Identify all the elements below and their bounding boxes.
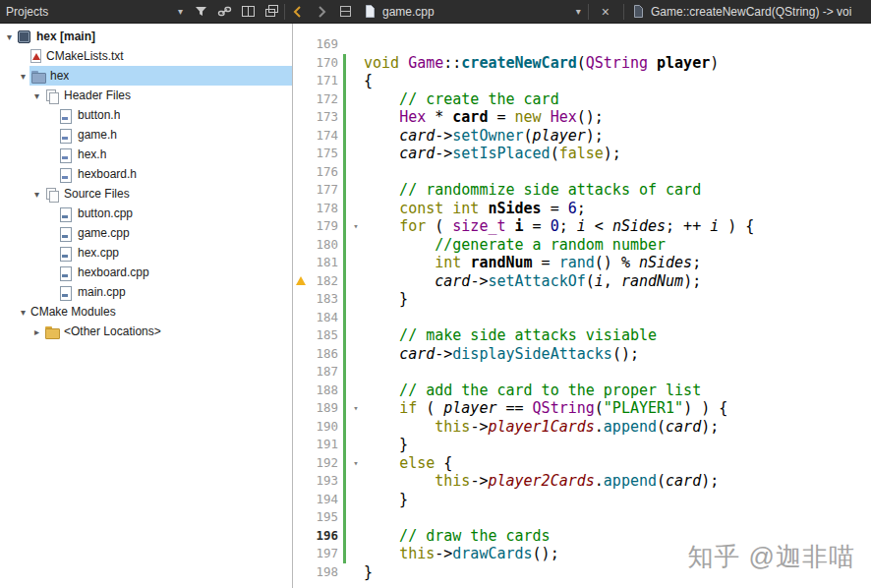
code-line-169[interactable]: 169 bbox=[294, 35, 871, 54]
line-number[interactable]: 176 bbox=[308, 163, 343, 182]
symbol-selector-combo[interactable]: Game::createNewCard(QString) -> voi bbox=[625, 4, 871, 19]
code-line-179[interactable]: 179▾ for ( size_t i = 0; i < nSides; ++ … bbox=[294, 217, 871, 236]
tree-item-button-h[interactable]: button.h bbox=[0, 105, 292, 125]
tree-item-body[interactable]: game.cpp bbox=[57, 223, 292, 243]
tree-item-body[interactable]: button.cpp bbox=[57, 204, 292, 223]
tree-item-hex[interactable]: ▾hex bbox=[0, 66, 292, 86]
line-number[interactable]: 174 bbox=[308, 127, 343, 146]
tree-item-body[interactable]: hex [main] bbox=[16, 27, 292, 46]
code-line-189[interactable]: 189▾ if ( player == QString("PLAYER1") )… bbox=[294, 399, 871, 418]
line-number[interactable]: 192 bbox=[308, 454, 343, 473]
line-number[interactable]: 195 bbox=[308, 508, 343, 527]
tree-item-body[interactable]: hex.h bbox=[57, 145, 292, 164]
line-number[interactable]: 170 bbox=[308, 54, 343, 73]
line-number[interactable]: 184 bbox=[308, 309, 343, 327]
line-number[interactable]: 190 bbox=[308, 418, 343, 437]
code-line-182[interactable]: 182 card->setAttackOf(i, randNum); bbox=[294, 272, 871, 291]
tree-item-body[interactable]: game.h bbox=[57, 125, 292, 145]
line-number[interactable]: 189 bbox=[308, 399, 343, 418]
fold-arrow-icon[interactable]: ▾ bbox=[348, 217, 364, 236]
code-line-184[interactable]: 184 bbox=[294, 309, 871, 327]
tree-item-body[interactable]: CMakeLists.txt bbox=[29, 46, 292, 66]
tree-item-header-files[interactable]: ▾Header Files bbox=[0, 86, 292, 105]
tree-item-body[interactable]: button.h bbox=[57, 105, 292, 125]
code-line-172[interactable]: 172 // create the card bbox=[294, 90, 871, 109]
line-number[interactable]: 169 bbox=[308, 35, 343, 54]
code-line-193[interactable]: 193 this->player2Cards.append(card); bbox=[294, 472, 871, 491]
warning-icon[interactable] bbox=[296, 276, 306, 285]
split-editor-button[interactable] bbox=[333, 0, 357, 23]
document-dropdown-icon[interactable]: ▾ bbox=[576, 6, 581, 17]
go-back-button[interactable] bbox=[286, 0, 310, 23]
tree-item-game-cpp[interactable]: game.cpp bbox=[0, 223, 292, 243]
code-line-183[interactable]: 183 } bbox=[294, 290, 871, 309]
tree-item-body[interactable]: Header Files bbox=[43, 86, 292, 105]
fold-arrow-icon[interactable]: ▾ bbox=[348, 399, 364, 418]
expand-arrow-icon[interactable]: ▸ bbox=[30, 326, 43, 337]
tree-item-body[interactable]: hex bbox=[29, 66, 292, 86]
code-line-178[interactable]: 178 const int nSides = 6; bbox=[294, 200, 871, 218]
line-number[interactable]: 185 bbox=[308, 326, 343, 345]
collapse-arrow-icon[interactable]: ▾ bbox=[17, 71, 29, 82]
collapse-arrow-icon[interactable]: ▾ bbox=[30, 189, 43, 200]
line-number[interactable]: 180 bbox=[308, 236, 343, 255]
tree-item-hexboard-h[interactable]: hexboard.h bbox=[0, 164, 292, 184]
editor-pane[interactable]: 169170void Game::createNewCard(QString p… bbox=[294, 24, 871, 588]
line-number[interactable]: 182 bbox=[308, 272, 343, 291]
line-number[interactable]: 186 bbox=[308, 345, 343, 364]
code-line-170[interactable]: 170void Game::createNewCard(QString play… bbox=[294, 54, 871, 73]
code-line-173[interactable]: 173 Hex * card = new Hex(); bbox=[294, 108, 871, 127]
line-number[interactable]: 196 bbox=[308, 527, 343, 546]
line-number[interactable]: 181 bbox=[308, 254, 343, 272]
tree-item-hex-cpp[interactable]: hex.cpp bbox=[0, 243, 292, 263]
code-line-187[interactable]: 187 bbox=[294, 363, 871, 382]
tree-item-hexboard-cpp[interactable]: hexboard.cpp bbox=[0, 263, 292, 282]
code-line-186[interactable]: 186 card->displaySideAttacks(); bbox=[294, 345, 871, 364]
tree-item-source-files[interactable]: ▾Source Files bbox=[0, 184, 292, 204]
tree-item-other-locations[interactable]: ▸<Other Locations> bbox=[0, 322, 292, 341]
tree-item-button-cpp[interactable]: button.cpp bbox=[0, 204, 292, 223]
sync-with-editor-button[interactable] bbox=[212, 0, 236, 23]
line-number[interactable]: 193 bbox=[308, 472, 343, 491]
collapse-arrow-icon[interactable]: ▾ bbox=[30, 90, 43, 101]
code-line-176[interactable]: 176 bbox=[294, 163, 871, 182]
code-line-174[interactable]: 174 card->setOwner(player); bbox=[294, 127, 871, 146]
line-number[interactable]: 171 bbox=[308, 72, 343, 90]
pane-selector-combo[interactable]: Projects ▾ bbox=[0, 0, 189, 23]
code-line-194[interactable]: 194 } bbox=[294, 491, 871, 509]
tree-item-body[interactable]: Source Files bbox=[43, 184, 292, 204]
line-number[interactable]: 183 bbox=[308, 290, 343, 309]
code-line-188[interactable]: 188 // add the card to the proper list bbox=[294, 382, 871, 400]
line-number[interactable]: 197 bbox=[308, 545, 343, 563]
line-number[interactable]: 175 bbox=[308, 145, 343, 163]
tree-item-hex-main[interactable]: ▾hex [main] bbox=[0, 27, 292, 46]
close-document-button[interactable]: × bbox=[596, 5, 615, 19]
code-line-181[interactable]: 181 int randNum = rand() % nSides; bbox=[294, 254, 871, 272]
code-line-195[interactable]: 195 bbox=[294, 508, 871, 527]
line-number[interactable]: 188 bbox=[308, 382, 343, 400]
code-line-171[interactable]: 171{ bbox=[294, 72, 871, 90]
code-line-185[interactable]: 185 // make side attacks visiable bbox=[294, 326, 871, 345]
tree-item-game-h[interactable]: game.h bbox=[0, 125, 292, 145]
tree-item-main-cpp[interactable]: main.cpp bbox=[0, 282, 292, 302]
line-number[interactable]: 173 bbox=[308, 108, 343, 127]
code-line-190[interactable]: 190 this->player1Cards.append(card); bbox=[294, 418, 871, 437]
tree-item-body[interactable]: hexboard.h bbox=[57, 164, 292, 184]
line-number[interactable]: 179 bbox=[308, 217, 343, 236]
tree-item-body[interactable]: CMake Modules bbox=[29, 302, 292, 322]
fold-arrow-icon[interactable]: ▾ bbox=[348, 454, 364, 473]
tree-item-cmakelists-txt[interactable]: CMakeLists.txt bbox=[0, 46, 292, 66]
code-line-175[interactable]: 175 card->setIsPlaced(false); bbox=[294, 145, 871, 163]
filter-button[interactable] bbox=[189, 0, 212, 23]
code-line-191[interactable]: 191 } bbox=[294, 436, 871, 454]
detach-button[interactable] bbox=[260, 0, 283, 23]
tree-item-body[interactable]: <Other Locations> bbox=[43, 322, 292, 341]
line-number[interactable]: 178 bbox=[308, 200, 343, 218]
tree-item-cmake-modules[interactable]: ▾CMake Modules bbox=[0, 302, 292, 322]
line-number[interactable]: 187 bbox=[308, 363, 343, 382]
line-number[interactable]: 172 bbox=[308, 90, 343, 109]
code-line-180[interactable]: 180 //generate a random number bbox=[294, 236, 871, 255]
collapse-arrow-icon[interactable]: ▾ bbox=[3, 31, 16, 42]
document-tab[interactable]: game.cpp ▾ × bbox=[357, 0, 622, 23]
code-line-177[interactable]: 177 // randommize side attacks of card bbox=[294, 181, 871, 200]
